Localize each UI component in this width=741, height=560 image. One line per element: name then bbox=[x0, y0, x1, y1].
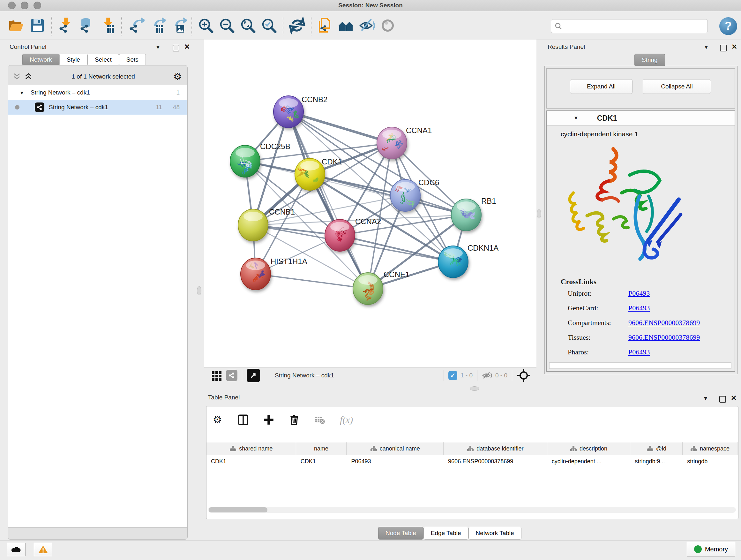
results-panel-close-icon[interactable]: ✕ bbox=[731, 44, 737, 50]
results-tab-string[interactable]: String bbox=[634, 54, 665, 66]
import-table-button[interactable] bbox=[97, 15, 118, 36]
tab-sets[interactable]: Sets bbox=[119, 54, 146, 66]
table-horizontal-scrollbar[interactable] bbox=[208, 507, 736, 513]
control-panel-float-icon[interactable] bbox=[173, 45, 179, 51]
results-panel-collapse-icon[interactable]: ▾ bbox=[704, 45, 708, 49]
table-panel-collapse-icon[interactable]: ▾ bbox=[704, 396, 707, 400]
column-header-description[interactable]: description bbox=[547, 442, 630, 455]
birdseye-crosshair-icon[interactable] bbox=[517, 368, 531, 382]
tab-network[interactable]: Network bbox=[22, 54, 59, 66]
zoom-selected-button[interactable] bbox=[259, 15, 280, 36]
edge-HIST1H1A-CCNE1[interactable] bbox=[256, 274, 368, 289]
zoom-out-button[interactable] bbox=[216, 15, 238, 36]
collapse-all-button[interactable]: Collapse All bbox=[643, 79, 711, 94]
network-options-gear-icon[interactable]: ⚙ bbox=[173, 72, 182, 81]
network-view-share-icon[interactable] bbox=[226, 370, 238, 381]
orb-button[interactable] bbox=[378, 15, 399, 36]
node-CCNA1[interactable]: CCNA1 bbox=[377, 126, 432, 159]
export-network-button[interactable] bbox=[125, 15, 146, 36]
function-builder-button[interactable]: f(x) bbox=[338, 414, 353, 427]
delete-columns-button[interactable] bbox=[287, 414, 302, 427]
selected-counts: 1 - 0 bbox=[461, 372, 473, 379]
cell--id[interactable]: stringdb:9... bbox=[630, 455, 683, 468]
node-CDK1[interactable]: CDK1 bbox=[293, 158, 342, 190]
cell-database-identifier[interactable]: 9606.ENSP00000378699 bbox=[444, 455, 547, 468]
protein-card-header[interactable]: ▼ CDK1 bbox=[547, 111, 735, 126]
crosslink-link[interactable]: P06493 bbox=[628, 304, 650, 312]
bottom-splitter-handle[interactable] bbox=[470, 386, 479, 391]
left-splitter-handle[interactable] bbox=[197, 287, 201, 295]
clear-table-button[interactable] bbox=[313, 414, 327, 427]
edge-CDK1-RB1[interactable] bbox=[310, 174, 466, 215]
protein-description: cyclin-dependent kinase 1 bbox=[547, 126, 735, 138]
memory-button[interactable]: Memory bbox=[687, 542, 735, 557]
table-scrollbar-thumb[interactable] bbox=[209, 507, 267, 512]
refresh-button[interactable] bbox=[286, 15, 308, 36]
crosslink-link[interactable]: 9606.ENSP00000378699 bbox=[628, 319, 700, 327]
tab-node-table[interactable]: Node Table bbox=[378, 527, 423, 540]
tab-style[interactable]: Style bbox=[59, 54, 87, 66]
cell-description[interactable]: cyclin-dependent ... bbox=[547, 455, 630, 468]
export-image-button[interactable] bbox=[167, 15, 188, 36]
right-splitter-handle[interactable] bbox=[537, 209, 541, 219]
save-session-button[interactable] bbox=[27, 15, 48, 36]
zoom-fit-button[interactable] bbox=[238, 15, 259, 36]
zoom-in-button[interactable] bbox=[195, 15, 216, 36]
tree-expander-icon[interactable]: ▼ bbox=[19, 90, 24, 96]
add-column-button[interactable] bbox=[262, 414, 276, 427]
network-collection-row[interactable]: ▼ String Network – cdk1 1 bbox=[8, 85, 187, 100]
tab-edge-table[interactable]: Edge Table bbox=[423, 527, 468, 540]
node-CDC25B[interactable]: CDC25B bbox=[230, 142, 290, 177]
tab-network-table[interactable]: Network Table bbox=[468, 527, 522, 540]
cell-name[interactable]: CDK1 bbox=[296, 455, 347, 468]
control-panel-close-icon[interactable]: ✕ bbox=[184, 44, 190, 50]
grid-view-icon[interactable] bbox=[211, 370, 222, 381]
column-header-namespace[interactable]: namespace bbox=[683, 442, 738, 455]
cloud-status-button[interactable] bbox=[7, 543, 25, 556]
column-header-shared-name[interactable]: shared name bbox=[206, 442, 296, 455]
control-panel-collapse-icon[interactable]: ▾ bbox=[156, 45, 159, 49]
search-box[interactable] bbox=[551, 19, 708, 33]
node-HIST1H1A[interactable]: HIST1H1A bbox=[241, 257, 307, 290]
gear-button[interactable]: ⚙ bbox=[211, 414, 225, 427]
eye-slash-button[interactable] bbox=[357, 15, 378, 36]
node-CCNA2[interactable]: CCNA2 bbox=[325, 217, 381, 251]
import-database-button[interactable] bbox=[76, 15, 97, 36]
export-table-button[interactable] bbox=[146, 15, 167, 36]
column-header-database-identifier[interactable]: database identifier bbox=[444, 442, 547, 455]
cell-shared-name[interactable]: CDK1 bbox=[206, 455, 296, 468]
node-RB1[interactable]: RB1 bbox=[451, 197, 496, 231]
tab-select[interactable]: Select bbox=[87, 54, 119, 66]
protein-card-expander-icon[interactable]: ▼ bbox=[574, 115, 579, 121]
network-graph[interactable]: CCNB2 CCNA1 CDC25B CDK1 CDC6 RB1 CCNB1 C… bbox=[206, 42, 535, 367]
column-header--id[interactable]: @id bbox=[630, 442, 683, 455]
cell-namespace[interactable]: stringdb bbox=[683, 455, 738, 468]
crosslink-link[interactable]: P06493 bbox=[628, 348, 650, 356]
column-header-name[interactable]: name bbox=[296, 442, 347, 455]
edge-CCNB2-CCNA1[interactable] bbox=[288, 112, 392, 143]
search-input[interactable] bbox=[562, 23, 708, 30]
import-network-button[interactable] bbox=[55, 15, 76, 36]
crosslink-link[interactable]: P06493 bbox=[628, 289, 650, 298]
detach-view-icon[interactable] bbox=[247, 369, 260, 382]
homes-button[interactable] bbox=[336, 15, 357, 36]
table-panel-float-icon[interactable] bbox=[719, 396, 726, 402]
table-panel-close-icon[interactable]: ✕ bbox=[731, 395, 737, 401]
warnings-button[interactable] bbox=[34, 543, 52, 556]
node-CCNE1[interactable]: CCNE1 bbox=[353, 270, 409, 305]
help-button[interactable]: ? bbox=[719, 17, 737, 35]
results-panel-float-icon[interactable] bbox=[720, 45, 727, 51]
expand-all-button[interactable]: Expand All bbox=[570, 79, 632, 94]
cell-canonical-name[interactable]: P06493 bbox=[347, 455, 444, 468]
string-files-button[interactable] bbox=[315, 15, 336, 36]
split-columns-button[interactable] bbox=[236, 414, 251, 427]
column-header-canonical-name[interactable]: canonical name bbox=[347, 442, 444, 455]
network-row-selected[interactable]: String Network – cdk1 11 48 bbox=[8, 100, 187, 115]
open-file-button[interactable] bbox=[6, 15, 27, 36]
expand-all-icon[interactable] bbox=[23, 72, 33, 81]
table-row[interactable]: CDK1CDK1P064939606.ENSP00000378699cyclin… bbox=[206, 455, 738, 468]
node-CDKN1A[interactable]: CDKN1A bbox=[438, 244, 498, 278]
crosslink-link[interactable]: 9606.ENSP00000378699 bbox=[628, 333, 700, 341]
collapse-all-icon[interactable] bbox=[12, 72, 22, 81]
selected-checkbox-icon[interactable]: ✓ bbox=[448, 371, 457, 380]
